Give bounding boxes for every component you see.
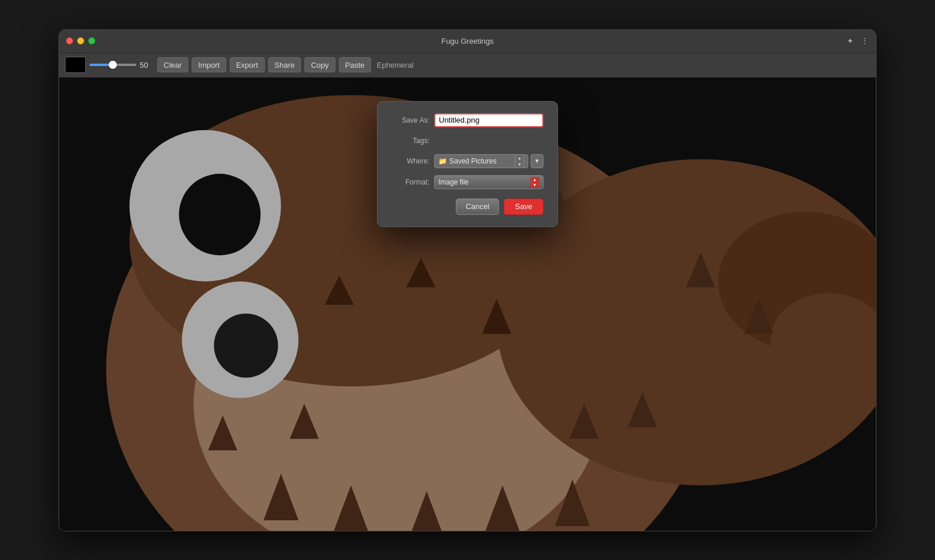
menu-icon[interactable]: ⋮ [861, 36, 869, 46]
cancel-button[interactable]: Cancel [456, 199, 499, 215]
share-button[interactable]: Share [268, 57, 302, 72]
import-button[interactable]: Import [192, 57, 226, 72]
canvas-area[interactable]: Save As: Tags: Where: 📁 Saved [59, 78, 876, 531]
save-dialog: Save As: Tags: Where: 📁 Saved [377, 101, 558, 227]
format-arrow-up: ▲ [530, 177, 539, 182]
minimize-button[interactable] [77, 37, 84, 44]
brush-size-slider[interactable] [89, 64, 136, 66]
where-stepper-up[interactable]: ▲ [515, 155, 524, 161]
format-row: Format: Image file ▲ ▼ [392, 175, 543, 189]
paste-button[interactable]: Paste [339, 57, 371, 72]
save-as-label: Save As: [392, 116, 430, 124]
titlebar: Fugu Greetings ✦ ⋮ [59, 30, 876, 53]
where-stepper-down[interactable]: ▼ [515, 161, 524, 168]
expand-button[interactable]: ▼ [531, 154, 543, 168]
where-select[interactable]: 📁 Saved Pictures ▲ ▼ [434, 154, 528, 168]
where-row-content: 📁 Saved Pictures ▲ ▼ ▼ [434, 154, 543, 168]
clear-button[interactable]: Clear [157, 57, 188, 72]
window-title: Fugu Greetings [441, 37, 494, 46]
where-text: Saved Pictures [449, 157, 497, 165]
close-button[interactable] [66, 37, 73, 44]
brush-preview [65, 57, 86, 73]
where-label: Where: [392, 157, 430, 165]
export-button[interactable]: Export [230, 57, 265, 72]
ephemeral-label: Ephemeral [377, 61, 414, 69]
dialog-buttons: Cancel Save [392, 199, 543, 215]
format-label: Format: [392, 178, 430, 186]
folder-icon: 📁 [438, 157, 447, 165]
tags-label: Tags: [392, 137, 430, 145]
brush-color [68, 60, 83, 70]
traffic-lights [66, 37, 95, 44]
maximize-button[interactable] [88, 37, 95, 44]
tags-row: Tags: [392, 134, 543, 147]
copy-button[interactable]: Copy [304, 57, 335, 72]
save-as-row: Save As: [392, 113, 543, 127]
where-stepper[interactable]: ▲ ▼ [515, 154, 524, 168]
format-arrow-down: ▼ [530, 182, 539, 187]
save-button[interactable]: Save [504, 199, 543, 215]
format-stepper[interactable]: ▲ ▼ [530, 177, 539, 187]
format-select[interactable]: Image file ▲ ▼ [434, 175, 543, 189]
where-select-inner: 📁 Saved Pictures [438, 157, 497, 165]
where-row: Where: 📁 Saved Pictures ▲ ▼ [392, 154, 543, 168]
format-text: Image file [438, 178, 469, 186]
extensions-icon[interactable]: ✦ [847, 36, 854, 46]
modal-overlay: Save As: Tags: Where: 📁 Saved [59, 78, 876, 531]
tags-input[interactable] [434, 134, 543, 147]
toolbar: 50 Clear Import Export Share Copy Paste … [59, 53, 876, 78]
brush-size-container: 50 [89, 61, 154, 69]
save-as-input[interactable] [434, 113, 543, 127]
titlebar-icons: ✦ ⋮ [847, 36, 869, 46]
app-window: Fugu Greetings ✦ ⋮ 50 Clear Import Expor… [58, 29, 877, 531]
brush-size-value: 50 [140, 61, 154, 69]
